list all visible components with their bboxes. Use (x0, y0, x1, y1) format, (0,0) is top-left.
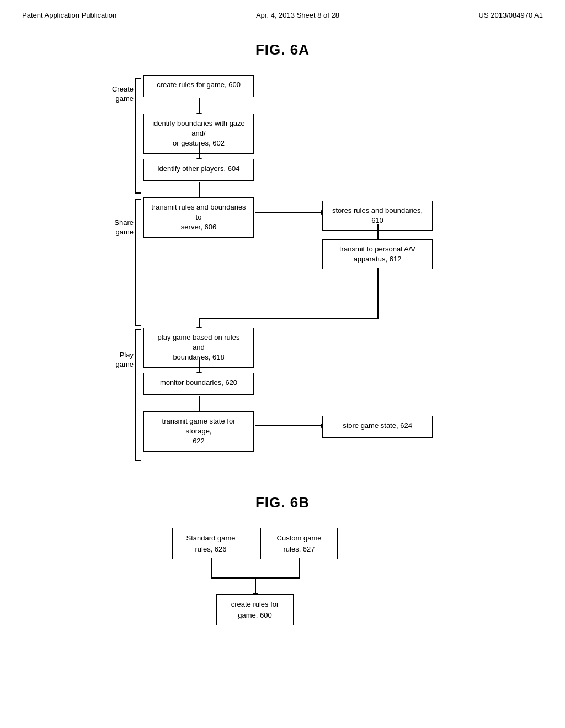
arrow-618-620 (199, 357, 200, 373)
play-game-bracket (135, 329, 141, 461)
arrow-to-618 (199, 318, 200, 328)
header-left: Patent Application Publication (22, 11, 116, 19)
fig6b-title: FIG. 6B (22, 494, 543, 511)
fig6a-title: FIG. 6A (22, 41, 543, 58)
box-606: transmit rules and boundaries toserver, … (143, 197, 254, 238)
line-612-left (199, 318, 379, 319)
box-600b: create rules forgame, 600 (216, 594, 294, 625)
arrow-622-624 (255, 425, 321, 426)
arrow-606-610 (255, 212, 321, 213)
fig6a-diagram: Creategame Sharegame Playgame create rul… (95, 69, 470, 472)
box-627: Custom gamerules, 627 (260, 528, 338, 559)
arrow-604-606 (199, 182, 200, 197)
box-612: transmit to personal A/Vapparatus, 612 (322, 239, 433, 269)
arrow-620-622 (199, 396, 200, 411)
arrow-600-602 (199, 98, 200, 114)
box-620: monitor boundaries, 620 (143, 373, 254, 395)
arrow-610-612 (377, 224, 379, 239)
box-622: transmit game state for storage,622 (143, 411, 254, 452)
box-600: create rules for game, 600 (143, 75, 254, 97)
header-center: Apr. 4, 2013 Sheet 8 of 28 (256, 11, 339, 19)
share-game-bracket (135, 199, 141, 326)
line-612-down (377, 268, 379, 318)
fig6b-diagram: Standard gamerules, 626 Custom gamerules… (145, 522, 420, 649)
share-game-label: Sharegame (95, 218, 134, 237)
line-627-down (299, 558, 300, 577)
page-header: Patent Application Publication Apr. 4, 2… (22, 11, 543, 25)
play-game-label: Playgame (95, 351, 134, 370)
arrow-602-604 (199, 143, 200, 159)
arrow-to-600b (255, 577, 256, 594)
page: Patent Application Publication Apr. 4, 2… (0, 0, 565, 728)
header-right: US 2013/084970 A1 (479, 11, 543, 19)
create-game-label: Creategame (95, 85, 134, 104)
line-626-down (211, 558, 212, 577)
box-604: identify other players, 604 (143, 159, 254, 181)
box-624: store game state, 624 (322, 416, 433, 438)
create-game-bracket (135, 78, 141, 194)
box-626: Standard gamerules, 626 (172, 528, 249, 559)
